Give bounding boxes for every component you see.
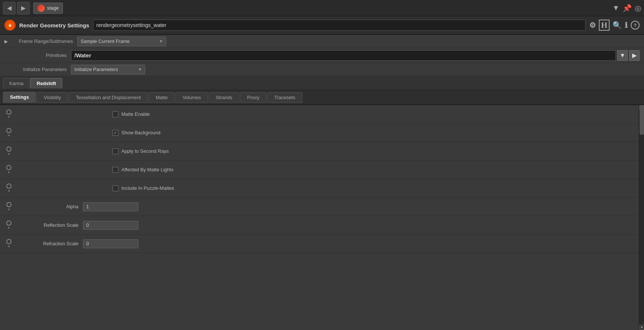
prop-circle-6 [6, 220, 11, 226]
renderer-tabs: Karma Redshift [0, 76, 644, 90]
prop-circle-5 [6, 202, 11, 207]
prop-indicator-7: ▼ [3, 239, 15, 248]
header-bar: ● Render Geometry Settings ⚙ H 🔍 ℹ ? [0, 16, 644, 35]
dropdown-arrow-icon[interactable]: ▼ [612, 4, 620, 12]
prop-row-reflection-scale: ▼ Reflection Scale [0, 216, 639, 235]
include-puzzle-mattes-checkbox[interactable] [113, 185, 118, 191]
header-title: Render Geometry Settings [19, 22, 89, 28]
tab-tessellation[interactable]: Tessellation and Displacement [69, 92, 148, 103]
stage-icon [37, 4, 45, 12]
app-wrapper: ◀ ▶ stage ▼ 📌 ◎ ● Render Geometry Settin… [0, 0, 644, 330]
prop-expand-5[interactable]: ▼ [7, 208, 10, 211]
prop-expand-6[interactable]: ▼ [7, 226, 10, 230]
app-logo: ● [4, 20, 16, 31]
prop-row-include-puzzle-mattes: ▼ Include In Puzzle-Mattes [0, 179, 639, 198]
init-params-arrow-icon: ▼ [138, 67, 142, 71]
help-icon[interactable]: ? [631, 21, 640, 30]
search-icon[interactable]: 🔍 [613, 21, 622, 30]
apply-second-rays-area: Apply to Second Rays [16, 148, 169, 154]
primitives-cursor-btn[interactable]: ▶ [629, 50, 640, 61]
prop-expand-1[interactable]: ▼ [7, 134, 10, 137]
top-nav-bar: ◀ ▶ stage ▼ 📌 ◎ [0, 0, 644, 16]
tab-visibility[interactable]: Visibility [37, 92, 68, 103]
include-puzzle-mattes-area: Include In Puzzle-Mattes [16, 185, 174, 191]
prop-circle-1 [6, 128, 11, 133]
prop-expand-3[interactable]: ▼ [7, 171, 10, 174]
prop-indicator-1: ▼ [3, 128, 15, 137]
prop-indicator-0: ▼ [3, 110, 15, 119]
show-background-area: Show Background [16, 130, 161, 136]
prop-expand-0[interactable]: ▼ [7, 115, 10, 119]
prop-row-affected-matte-lights: ▼ Affected By Matte Lights [0, 161, 639, 179]
reflection-scale-label: Reflection Scale [16, 222, 83, 228]
prop-circle-4 [6, 183, 11, 189]
prop-row-apply-second-rays: ▼ Apply to Second Rays [0, 142, 639, 161]
affected-matte-lights-label: Affected By Matte Lights [121, 167, 174, 172]
stage-tab[interactable]: stage [33, 3, 63, 14]
frame-range-arrow-icon: ▼ [159, 39, 163, 43]
alpha-label: Alpha [16, 204, 83, 209]
forward-button[interactable]: ▶ [17, 2, 30, 14]
prop-indicator-4: ▼ [3, 183, 15, 193]
prop-expand-4[interactable]: ▼ [7, 189, 10, 193]
init-params-dropdown[interactable]: Initialize Parameters ▼ [71, 65, 145, 74]
primitives-input[interactable] [71, 50, 616, 61]
primitives-dropdown-btn[interactable]: ▼ [617, 50, 628, 61]
main-content-area: ▼ Matte Enable ▼ Show Background [0, 105, 644, 330]
reflection-scale-input[interactable] [83, 221, 138, 230]
logo-text: ● [9, 22, 11, 28]
frame-range-dropdown[interactable]: Sample Current Frame ▼ [77, 37, 166, 46]
alpha-input[interactable] [83, 202, 138, 211]
show-background-checkbox[interactable] [113, 130, 118, 136]
apply-second-rays-checkbox[interactable] [113, 148, 118, 154]
prop-row-alpha: ▼ Alpha [0, 198, 639, 216]
stage-label: stage [47, 5, 59, 11]
tab-matte[interactable]: Matte [149, 92, 175, 103]
prop-circle-0 [6, 110, 11, 115]
pin-icon[interactable]: 📌 [623, 4, 632, 13]
init-params-value: Initialize Parameters [74, 67, 136, 72]
prop-circle-3 [6, 165, 11, 170]
node-name-input[interactable] [93, 20, 586, 31]
tab-strands[interactable]: Strands [209, 92, 239, 103]
show-background-label: Show Background [121, 130, 161, 135]
include-puzzle-mattes-label: Include In Puzzle-Mattes [121, 185, 174, 191]
prop-expand-7[interactable]: ▼ [7, 245, 10, 248]
gear-icon[interactable]: ⚙ [589, 21, 596, 30]
matte-enable-checkbox[interactable] [113, 111, 118, 117]
affected-matte-lights-area: Affected By Matte Lights [16, 167, 174, 173]
header-action-icons: ⚙ H 🔍 ℹ ? [589, 20, 640, 31]
expand-arrow-icon[interactable]: ▶ [4, 39, 8, 44]
apply-second-rays-label: Apply to Second Rays [121, 148, 169, 154]
prop-row-refraction-scale: ▼ Refraction Scale [0, 235, 639, 253]
back-button[interactable]: ◀ [3, 2, 16, 14]
refraction-scale-input[interactable] [83, 239, 138, 248]
primitives-controls: ▼ ▶ [617, 50, 640, 61]
prop-circle-2 [6, 147, 11, 152]
primitives-label: Primitives [4, 53, 71, 58]
affected-matte-lights-checkbox[interactable] [113, 167, 118, 173]
tab-settings[interactable]: Settings [3, 92, 36, 103]
info-icon[interactable]: ℹ [625, 21, 628, 30]
settings-tabs: Settings Visibility Tessellation and Dis… [0, 90, 644, 105]
scrollbar-thumb[interactable] [640, 105, 644, 135]
circle-icon[interactable]: ◎ [635, 4, 641, 13]
prop-expand-2[interactable]: ▼ [7, 152, 10, 156]
prop-indicator-3: ▼ [3, 165, 15, 174]
scrollbar-down-btn[interactable]: ▼ [639, 325, 644, 330]
prop-row-show-background: ▼ Show Background [0, 124, 639, 142]
houdini-icon[interactable]: H [599, 20, 610, 31]
tab-karma[interactable]: Karma [3, 78, 30, 88]
tab-volumes[interactable]: Volumes [175, 92, 208, 103]
prop-row-matte-enable: ▼ Matte Enable [0, 105, 639, 124]
prop-indicator-5: ▼ [3, 202, 15, 211]
init-params-row: Initialize Parameters Initialize Paramet… [0, 63, 644, 76]
tab-redshift[interactable]: Redshift [30, 78, 62, 88]
top-nav-icons: ▼ 📌 ◎ [612, 4, 641, 13]
tab-proxy[interactable]: Proxy [240, 92, 266, 103]
tab-tracesets[interactable]: Tracesets [267, 92, 302, 103]
prop-circle-7 [6, 239, 11, 244]
frame-range-value: Sample Current Frame [81, 38, 157, 44]
refraction-scale-label: Refraction Scale [16, 241, 83, 246]
frame-range-label: Frame Range/Subframes [11, 38, 77, 44]
